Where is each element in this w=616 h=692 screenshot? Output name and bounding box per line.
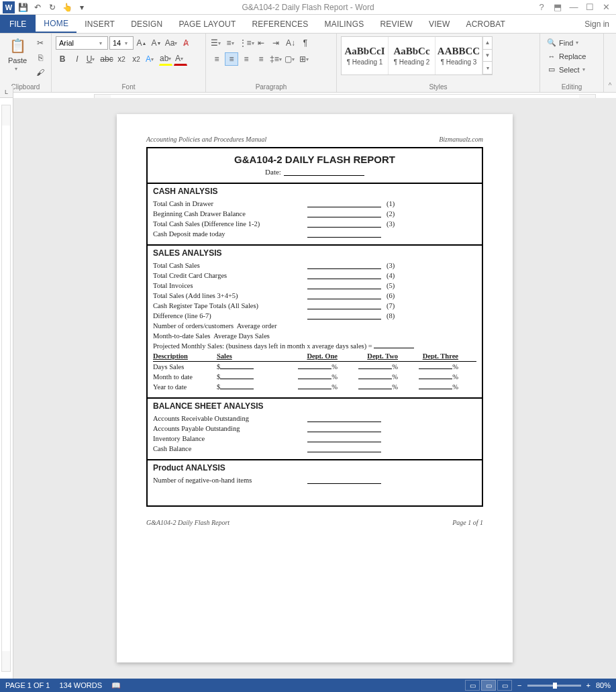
borders-button[interactable]: ⊞▾ xyxy=(299,52,312,66)
gallery-arrows: ▲ ▼ ▾ xyxy=(482,37,492,75)
tab-file[interactable]: FILE xyxy=(0,15,36,33)
align-right-button[interactable]: ≡ xyxy=(240,52,253,66)
justify-button[interactable]: ≡ xyxy=(254,52,268,66)
group-styles: AaBbCcI ¶ Heading 1 AaBbCc ¶ Heading 2 A… xyxy=(337,34,540,92)
find-icon: 🔍 xyxy=(547,38,556,47)
window-controls: ? ⬒ — ☐ ✕ xyxy=(535,2,616,12)
close-button[interactable]: ✕ xyxy=(600,2,612,12)
tab-review[interactable]: REVIEW xyxy=(372,15,421,33)
group-clipboard: 📋 Paste ▾ ✂ ⎘ 🖌 Clipboard xyxy=(0,34,52,92)
multilevel-list-button[interactable]: ⋮≡▾ xyxy=(240,36,253,50)
clear-formatting-button[interactable]: A̷ xyxy=(179,36,193,50)
tab-view[interactable]: VIEW xyxy=(421,15,458,33)
group-font: Arial▾ 14▾ A▲ A▼ Aa▾ A̷ B I U▾ abc x2 x2… xyxy=(52,34,206,92)
tab-home[interactable]: HOME xyxy=(36,15,76,33)
tab-insert[interactable]: INSERT xyxy=(76,15,123,33)
gallery-up[interactable]: ▲ xyxy=(483,37,492,50)
bold-button[interactable]: B xyxy=(56,52,69,66)
styles-gallery[interactable]: AaBbCcI ¶ Heading 1 AaBbCc ¶ Heading 2 A… xyxy=(341,36,493,75)
shrink-font-button[interactable]: A▼ xyxy=(150,36,163,50)
sort-button[interactable]: A↓ xyxy=(284,36,297,50)
document-area[interactable]: Accounting Policies and Procedures Manua… xyxy=(13,98,616,105)
ribbon: 📋 Paste ▾ ✂ ⎘ 🖌 Clipboard Arial▾ 14▾ A▲ … xyxy=(0,34,616,93)
tab-mailings[interactable]: MAILINGS xyxy=(317,15,372,33)
group-paragraph: ☰▾ ≡▾ ⋮≡▾ ⇤ ⇥ A↓ ¶ ≡ ≡ ≡ ≡ ‡≡▾ ▢▾ ⊞▾ Par… xyxy=(206,34,337,92)
redo-button[interactable]: ↻ xyxy=(46,1,59,13)
italic-button[interactable]: I xyxy=(70,52,84,66)
titlebar: W 💾 ↶ ↻ 👆 ▾ G&A104-2 Daily Flash Report … xyxy=(0,0,616,15)
align-left-button[interactable]: ≡ xyxy=(210,52,223,66)
window-title: G&A104-2 Daily Flash Report - Word xyxy=(0,3,616,12)
font-name-select[interactable]: Arial▾ xyxy=(56,36,108,50)
paste-button[interactable]: 📋 Paste ▾ xyxy=(4,36,31,72)
signin-link[interactable]: Sign in xyxy=(578,15,616,33)
tab-design[interactable]: DESIGN xyxy=(123,15,170,33)
tab-page-layout[interactable]: PAGE LAYOUT xyxy=(170,15,244,33)
touch-mode-button[interactable]: 👆 xyxy=(60,1,74,13)
paste-icon: 📋 xyxy=(8,36,27,55)
increase-indent-button[interactable]: ⇥ xyxy=(269,36,283,50)
select-button[interactable]: ▭Select▾ xyxy=(544,63,591,76)
cut-button[interactable]: ✂ xyxy=(34,36,47,50)
group-label-paragraph: Paragraph xyxy=(210,82,332,91)
replace-button[interactable]: ↔Replace xyxy=(544,50,591,62)
vertical-ruler[interactable] xyxy=(0,98,13,105)
find-button[interactable]: 🔍Find▾ xyxy=(544,36,591,49)
show-marks-button[interactable]: ¶ xyxy=(299,36,312,50)
numbering-button[interactable]: ≡▾ xyxy=(225,36,238,50)
style-heading2[interactable]: AaBbCc ¶ Heading 2 xyxy=(389,37,435,75)
change-case-button[interactable]: Aa▾ xyxy=(164,36,178,50)
grow-font-button[interactable]: A▲ xyxy=(135,36,148,50)
ribbon-options-button[interactable]: ⬒ xyxy=(552,2,564,12)
highlight-button[interactable]: ab▾ xyxy=(159,52,172,66)
undo-button[interactable]: ↶ xyxy=(31,1,44,13)
minimize-button[interactable]: — xyxy=(568,2,580,12)
ribbon-tabs: FILE HOME INSERT DESIGN PAGE LAYOUT REFE… xyxy=(0,15,616,34)
format-painter-button[interactable]: 🖌 xyxy=(34,66,47,79)
style-heading1[interactable]: AaBbCcI ¶ Heading 1 xyxy=(342,37,389,75)
tab-acrobat[interactable]: ACROBAT xyxy=(458,15,513,33)
style-heading3[interactable]: AABBCC ¶ Heading 3 xyxy=(435,37,482,75)
replace-icon: ↔ xyxy=(547,52,556,60)
superscript-button[interactable]: x2 xyxy=(130,52,143,66)
font-color-button[interactable]: A▾ xyxy=(174,52,187,66)
gallery-more[interactable]: ▾ xyxy=(483,62,492,75)
gallery-down[interactable]: ▼ xyxy=(483,50,492,62)
collapse-ribbon-button[interactable]: ^ xyxy=(604,34,616,92)
group-editing: 🔍Find▾ ↔Replace ▭Select▾ Editing xyxy=(540,34,604,92)
group-label-styles: Styles xyxy=(341,82,535,91)
select-icon: ▭ xyxy=(547,65,556,74)
ruler-corner: L xyxy=(0,86,13,98)
save-button[interactable]: 💾 xyxy=(16,1,30,13)
underline-button[interactable]: U▾ xyxy=(85,52,99,66)
help-button[interactable]: ? xyxy=(535,2,548,12)
decrease-indent-button[interactable]: ⇤ xyxy=(254,36,268,50)
align-center-button[interactable]: ≡ xyxy=(225,52,238,66)
group-label-editing: Editing xyxy=(544,82,599,91)
word-icon: W xyxy=(3,1,15,13)
shading-button[interactable]: ▢▾ xyxy=(284,52,297,66)
tab-references[interactable]: REFERENCES xyxy=(244,15,317,33)
strikethrough-button[interactable]: abc xyxy=(100,52,113,66)
copy-button[interactable]: ⎘ xyxy=(34,51,47,64)
bullets-button[interactable]: ☰▾ xyxy=(210,36,223,50)
subscript-button[interactable]: x2 xyxy=(115,52,128,66)
font-size-select[interactable]: 14▾ xyxy=(109,36,134,50)
quick-access-toolbar: W 💾 ↶ ↻ 👆 ▾ xyxy=(0,1,89,13)
line-spacing-button[interactable]: ‡≡▾ xyxy=(269,52,283,66)
qat-customize[interactable]: ▾ xyxy=(75,1,89,13)
maximize-button[interactable]: ☐ xyxy=(584,2,596,12)
group-label-font: Font xyxy=(56,82,201,91)
text-effects-button[interactable]: A▾ xyxy=(144,52,158,66)
